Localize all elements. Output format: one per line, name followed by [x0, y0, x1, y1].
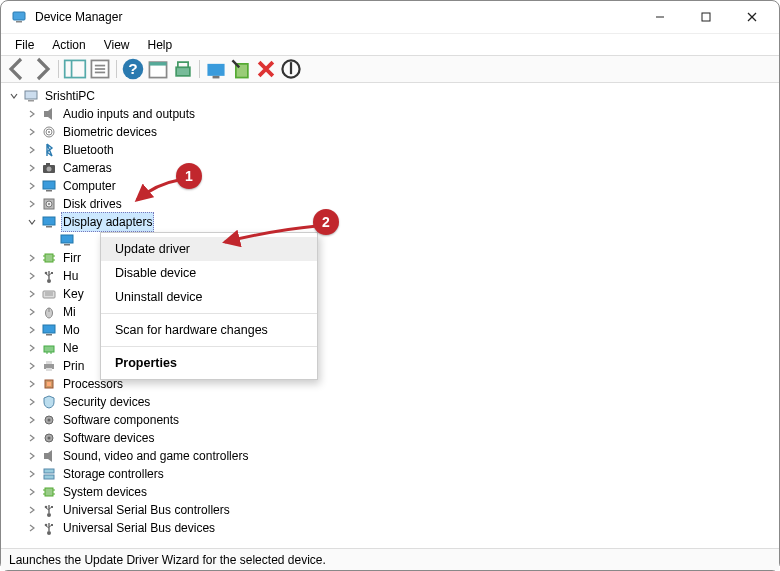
expand-icon[interactable]	[25, 287, 39, 301]
context-menu-separator	[101, 313, 317, 314]
annotation-callout-1: 1	[176, 163, 202, 189]
scan-hardware-button[interactable]	[171, 58, 195, 80]
tree-category[interactable]: Universal Serial Bus devices	[3, 519, 777, 537]
expand-icon[interactable]	[25, 341, 39, 355]
svg-rect-69	[44, 453, 48, 459]
device-tree[interactable]: SrishtiPC Audio inputs and outputsBiomet…	[1, 83, 779, 548]
tree-category[interactable]: Cameras	[3, 159, 777, 177]
ctx-properties[interactable]: Properties	[101, 351, 317, 375]
svg-rect-72	[45, 488, 53, 496]
expand-icon[interactable]	[25, 377, 39, 391]
svg-point-77	[47, 513, 51, 517]
status-text: Launches the Update Driver Wizard for th…	[9, 553, 326, 567]
category-label: Audio inputs and outputs	[61, 105, 197, 123]
maximize-button[interactable]	[683, 1, 729, 33]
tree-category[interactable]: Bluetooth	[3, 141, 777, 159]
tree-category[interactable]: Computer	[3, 177, 777, 195]
svg-rect-61	[46, 361, 52, 364]
svg-rect-29	[46, 163, 50, 165]
expand-icon[interactable]	[25, 161, 39, 175]
svg-rect-38	[64, 244, 70, 246]
tree-category[interactable]: Universal Serial Bus controllers	[3, 501, 777, 519]
gear-icon	[41, 430, 57, 446]
tree-category[interactable]: System devices	[3, 483, 777, 501]
expand-icon[interactable]	[25, 251, 39, 265]
annotation-callout-2: 2	[313, 209, 339, 235]
ctx-update-driver[interactable]: Update driver	[101, 237, 317, 261]
expand-icon[interactable]	[25, 107, 39, 121]
expand-icon[interactable]	[25, 449, 39, 463]
expand-icon[interactable]	[25, 359, 39, 373]
svg-rect-62	[46, 368, 52, 371]
expand-icon[interactable]	[7, 89, 21, 103]
expand-icon[interactable]	[25, 143, 39, 157]
uninstall-button[interactable]	[254, 58, 278, 80]
forward-button[interactable]	[30, 58, 54, 80]
svg-rect-23	[44, 111, 48, 117]
back-button[interactable]	[5, 58, 29, 80]
expand-icon[interactable]	[25, 179, 39, 193]
menu-help[interactable]: Help	[140, 36, 181, 54]
ctx-disable-device[interactable]: Disable device	[101, 261, 317, 285]
disable-button[interactable]	[279, 58, 303, 80]
expand-icon[interactable]	[25, 305, 39, 319]
expand-icon[interactable]	[25, 521, 39, 535]
tree-category[interactable]: Disk drives	[3, 195, 777, 213]
tree-category[interactable]: Sound, video and game controllers	[3, 447, 777, 465]
fingerprint-icon	[41, 124, 57, 140]
minimize-button[interactable]	[637, 1, 683, 33]
expand-icon[interactable]	[25, 269, 39, 283]
menu-action[interactable]: Action	[44, 36, 93, 54]
menubar: File Action View Help	[1, 33, 779, 55]
menu-file[interactable]: File	[7, 36, 42, 54]
window-title: Device Manager	[35, 10, 122, 24]
storage-icon	[41, 466, 57, 482]
add-driver-button[interactable]	[229, 58, 253, 80]
status-bar: Launches the Update Driver Wizard for th…	[1, 548, 779, 570]
svg-rect-37	[61, 235, 73, 243]
category-label: Mi	[61, 303, 78, 321]
usb-icon	[41, 520, 57, 536]
expand-icon[interactable]	[25, 503, 39, 517]
tree-category[interactable]: Storage controllers	[3, 465, 777, 483]
calendar-icon-button[interactable]	[146, 58, 170, 80]
tree-category[interactable]: Software devices	[3, 429, 777, 447]
close-button[interactable]	[729, 1, 775, 33]
expand-icon[interactable]	[25, 395, 39, 409]
tree-category[interactable]: Audio inputs and outputs	[3, 105, 777, 123]
properties-button[interactable]	[88, 58, 112, 80]
svg-rect-18	[213, 76, 220, 79]
ctx-scan-hardware[interactable]: Scan for hardware changes	[101, 318, 317, 342]
svg-rect-71	[44, 475, 54, 479]
expand-icon[interactable]	[25, 197, 39, 211]
tree-category[interactable]: Display adapters	[3, 213, 777, 231]
expand-icon[interactable]	[25, 323, 39, 337]
toolbar: ?	[1, 55, 779, 83]
show-hide-console-tree-button[interactable]	[63, 58, 87, 80]
update-driver-button[interactable]	[204, 58, 228, 80]
ctx-uninstall-device[interactable]: Uninstall device	[101, 285, 317, 309]
category-label: Hu	[61, 267, 80, 285]
expand-icon[interactable]	[25, 413, 39, 427]
collapse-icon[interactable]	[25, 215, 39, 229]
svg-rect-35	[43, 217, 55, 225]
chip-icon	[41, 250, 57, 266]
gear-icon	[41, 412, 57, 428]
category-label: Bluetooth	[61, 141, 116, 159]
expand-icon[interactable]	[25, 431, 39, 445]
expand-icon[interactable]	[25, 467, 39, 481]
svg-rect-1	[16, 21, 22, 23]
tree-root[interactable]: SrishtiPC	[3, 87, 777, 105]
tree-category[interactable]: Security devices	[3, 393, 777, 411]
tree-category[interactable]: Software components	[3, 411, 777, 429]
titlebar: Device Manager	[1, 1, 779, 33]
category-label: Storage controllers	[61, 465, 166, 483]
help-button[interactable]: ?	[121, 58, 145, 80]
expand-icon[interactable]	[25, 125, 39, 139]
expand-icon[interactable]	[25, 485, 39, 499]
menu-view[interactable]: View	[96, 36, 138, 54]
net-icon	[41, 340, 57, 356]
tree-category[interactable]: Biometric devices	[3, 123, 777, 141]
context-menu-separator	[101, 346, 317, 347]
category-label: Disk drives	[61, 195, 124, 213]
